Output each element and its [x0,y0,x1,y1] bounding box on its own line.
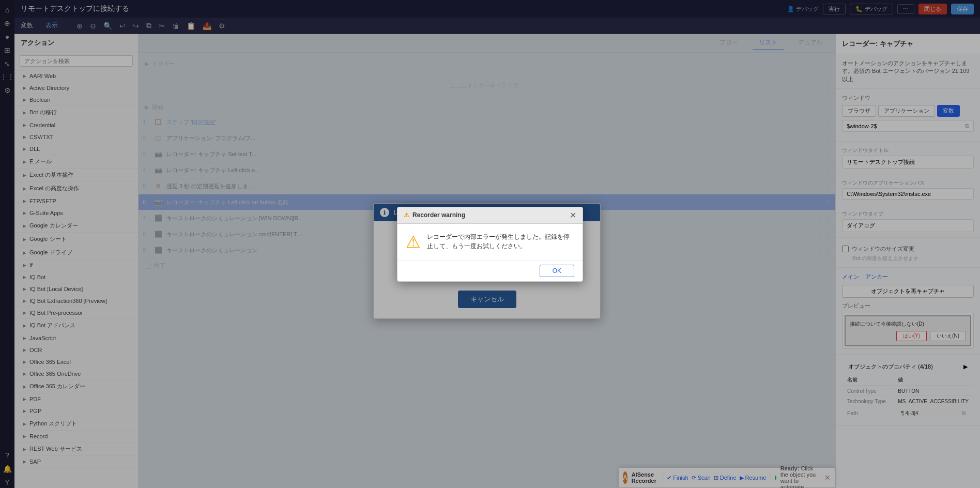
warning-dialog-title-bar: ⚠ Recorder warning ✕ [397,207,583,224]
warning-icon-small: ⚠ [404,211,409,219]
warning-dialog-body: ⚠ レコーダーで内部エラーが発生しました。記録を停止して、もう一度お試しください… [397,224,583,260]
ok-button[interactable]: OK [540,265,574,277]
warning-triangle-icon: ⚠ [406,232,421,252]
warning-dialog-footer: OK [397,260,583,281]
warning-overlay: ⚠ Recorder warning ✕ ⚠ レコーダーで内部エラーが発生しまし… [0,0,980,488]
warning-close-button[interactable]: ✕ [570,210,576,220]
warning-message: レコーダーで内部エラーが発生しました。記録を停止して、もう一度お試しください。 [427,232,574,252]
warning-dialog-title: ⚠ Recorder warning [404,211,465,219]
warning-dialog: ⚠ Recorder warning ✕ ⚠ レコーダーで内部エラーが発生しまし… [397,207,583,282]
